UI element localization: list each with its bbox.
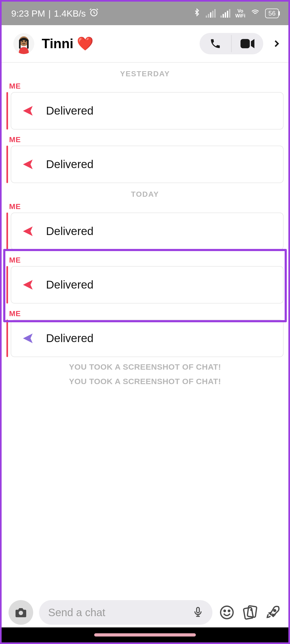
signal-bars-2 [220, 9, 230, 18]
svg-rect-7 [197, 607, 199, 613]
svg-point-6 [19, 611, 23, 615]
message-group: ME Delivered [2, 256, 288, 304]
message-group: ME Delivered [2, 309, 288, 357]
snap-status: Delivered [46, 104, 93, 117]
battery-indicator: 56 [265, 9, 279, 18]
status-right: Vo WiFi 56 [193, 7, 279, 20]
camera-button[interactable] [9, 600, 33, 625]
sender-label: ME [9, 256, 284, 264]
message-group: ME Delivered [2, 82, 288, 130]
status-bar: 9:23 PM | 1.4KB/s Vo WiFi 56 [2, 2, 288, 25]
audio-call-button[interactable] [200, 33, 231, 54]
signal-bars-1 [206, 9, 216, 18]
status-time: 9:23 PM [11, 8, 45, 19]
call-pill [200, 33, 263, 54]
date-separator-yesterday: YESTERDAY [2, 63, 288, 81]
nav-bar [2, 627, 288, 642]
snap-status: Delivered [46, 158, 93, 171]
snap-status: Delivered [46, 225, 93, 238]
snap-status: Delivered [46, 278, 93, 291]
sent-snap-icon [21, 278, 34, 291]
alarm-icon [89, 7, 99, 19]
sent-snap-icon [21, 104, 34, 117]
sender-accent-bar [6, 92, 8, 130]
sender-accent-bar [6, 320, 8, 357]
contact-name-text: Tinni [42, 36, 74, 51]
sender-label: ME [9, 309, 284, 318]
heart-icon: ❤️ [77, 36, 93, 51]
svg-rect-5 [241, 39, 250, 48]
svg-point-4 [25, 41, 26, 42]
message-group: ME Delivered [2, 202, 288, 250]
chat-input[interactable]: Send a chat [39, 600, 212, 625]
system-message: YOU TOOK A SCREENSHOT OF CHAT! [2, 357, 288, 377]
status-sep: | [48, 8, 51, 19]
sent-snap-icon [21, 158, 34, 171]
sender-label: ME [9, 82, 284, 90]
status-left: 9:23 PM | 1.4KB/s [11, 7, 99, 19]
svg-point-9 [224, 610, 226, 612]
vowifi-icon: Vo WiFi [235, 9, 245, 18]
chat-input-placeholder: Send a chat [48, 607, 105, 619]
sender-accent-bar [6, 213, 8, 250]
message-snap[interactable]: Delivered [11, 146, 284, 183]
sender-label: ME [9, 135, 284, 144]
sent-snap-icon [21, 332, 34, 345]
svg-point-3 [22, 41, 23, 42]
snap-status: Delivered [46, 332, 93, 345]
gallery-button[interactable] [241, 604, 258, 621]
svg-point-10 [228, 610, 230, 612]
rocket-button[interactable] [264, 604, 281, 621]
message-snap[interactable]: Delivered [11, 320, 284, 357]
message-group: ME Delivered [2, 135, 288, 183]
svg-point-13 [274, 610, 276, 612]
message-snap[interactable]: Delivered [11, 213, 284, 250]
sender-label: ME [9, 202, 284, 211]
home-indicator[interactable] [94, 633, 196, 637]
chat-header: Tinni ❤️ [2, 25, 288, 63]
emoji-button[interactable] [218, 604, 235, 621]
system-message: YOU TOOK A SCREENSHOT OF CHAT! [2, 377, 288, 391]
message-snap[interactable]: Delivered [11, 92, 284, 130]
app-frame: 9:23 PM | 1.4KB/s Vo WiFi 56 [0, 0, 290, 644]
contact-name[interactable]: Tinni ❤️ [42, 36, 200, 51]
video-call-button[interactable] [232, 33, 263, 54]
avatar[interactable] [13, 33, 34, 54]
bluetooth-icon [193, 7, 201, 20]
status-datarate: 1.4KB/s [54, 8, 86, 19]
chevron-right-icon[interactable] [271, 37, 282, 51]
sender-accent-bar [6, 266, 8, 304]
date-separator-today: TODAY [2, 183, 288, 201]
message-snap[interactable]: Delivered [11, 266, 284, 304]
wifi-icon [250, 8, 260, 19]
sender-accent-bar [6, 146, 8, 183]
sent-snap-icon [21, 225, 34, 238]
svg-point-8 [221, 606, 233, 619]
microphone-icon[interactable] [193, 605, 203, 620]
chat-footer: Send a chat [2, 597, 288, 627]
